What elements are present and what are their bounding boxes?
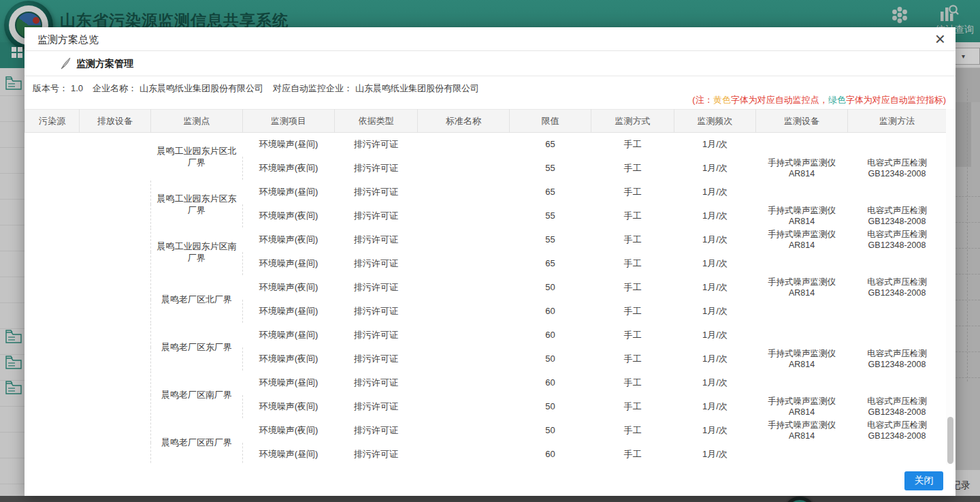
cell-monitor-device bbox=[756, 181, 848, 204]
column-header: 标准名称 bbox=[418, 110, 510, 133]
cell-monitor-mode: 手工 bbox=[591, 395, 674, 419]
version-value: 1.0 bbox=[71, 83, 83, 93]
cell-monitor-frequency: 1月/次 bbox=[674, 371, 756, 395]
cell-basis-type: 排污许可证 bbox=[335, 443, 418, 467]
cell-monitor-device bbox=[756, 252, 848, 276]
cell-monitor-item: 环境噪声(昼间) bbox=[243, 300, 335, 324]
cell-monitor-mode: 手工 bbox=[591, 181, 674, 204]
cell-basis-type: 排污许可证 bbox=[335, 228, 418, 252]
cell-monitor-frequency: 1月/次 bbox=[674, 419, 756, 443]
plan-table: 污染源排放设备监测点监测项目依据类型标准名称限值监测方式监测频次监测设备监测方法… bbox=[24, 109, 946, 467]
cell-monitor-point: 晨鸣工业园东片区东厂界 bbox=[151, 181, 243, 228]
cell-monitor-frequency: 1月/次 bbox=[674, 133, 756, 157]
cell-standard-name bbox=[418, 204, 510, 228]
cell-standard-name bbox=[418, 371, 510, 395]
cell-monitor-method: 电容式声压检测 GB12348-2008 bbox=[848, 157, 947, 181]
cell-monitor-method bbox=[848, 324, 947, 347]
cell-monitor-frequency: 1月/次 bbox=[674, 443, 756, 467]
cell-monitor-device bbox=[756, 324, 848, 347]
cell-monitor-item: 环境噪声(夜间) bbox=[243, 419, 335, 443]
cell-monitor-point: 晨鸣工业园东片区北厂界 bbox=[151, 133, 243, 181]
cell-monitor-item: 环境噪声(昼间) bbox=[243, 133, 335, 157]
cell-monitor-device bbox=[756, 133, 848, 157]
cell-monitor-mode: 手工 bbox=[591, 300, 674, 324]
cell-monitor-mode: 手工 bbox=[591, 324, 674, 347]
cell-monitor-device: 手持式噪声监测仪 AR814 bbox=[756, 276, 848, 300]
cell-monitor-mode: 手工 bbox=[591, 419, 674, 443]
cell-monitor-mode: 手工 bbox=[591, 276, 674, 300]
cell-monitor-frequency: 1月/次 bbox=[674, 276, 756, 300]
cell-limit-value: 60 bbox=[510, 371, 591, 395]
table-row: 晨鸣工业园东片区东厂界环境噪声(昼间)排污许可证65手工1月/次 bbox=[25, 181, 947, 204]
note-mid: 字体为对应自动监控点， bbox=[731, 95, 828, 105]
table-row: 晨鸣老厂区西厂界环境噪声(夜间)排污许可证50手工1月/次手持式噪声监测仪 AR… bbox=[25, 419, 947, 443]
cell-monitor-device: 手持式噪声监测仪 AR814 bbox=[756, 395, 848, 419]
close-button[interactable]: 关闭 bbox=[904, 471, 943, 490]
column-header: 监测点 bbox=[151, 110, 243, 133]
cell-standard-name bbox=[418, 252, 510, 276]
cell-monitor-point: 晨鸣老厂区东厂界 bbox=[151, 324, 243, 371]
column-header: 排放设备 bbox=[80, 110, 151, 133]
cell-limit-value: 60 bbox=[510, 443, 591, 467]
cell-monitor-mode: 手工 bbox=[591, 228, 674, 252]
cell-monitor-item: 环境噪声(昼间) bbox=[243, 181, 335, 204]
cell-basis-type: 排污许可证 bbox=[335, 252, 418, 276]
cell-monitor-item: 环境噪声(夜间) bbox=[243, 157, 335, 181]
cell-limit-value: 60 bbox=[510, 324, 591, 347]
cell-monitor-item: 环境噪声(昼间) bbox=[243, 324, 335, 347]
cell-monitor-mode: 手工 bbox=[591, 371, 674, 395]
note-green: 绿色 bbox=[828, 95, 846, 105]
table-row: 晨鸣工业园东片区北厂界环境噪声(昼间)排污许可证65手工1月/次 bbox=[25, 133, 947, 157]
cell-monitor-frequency: 1月/次 bbox=[674, 181, 756, 204]
cell-monitor-frequency: 1月/次 bbox=[674, 252, 756, 276]
cell-monitor-frequency: 1月/次 bbox=[674, 204, 756, 228]
cell-standard-name bbox=[418, 228, 510, 252]
cell-monitor-method: 电容式声压检测 GB12348-2008 bbox=[848, 347, 947, 371]
cell-monitor-item: 环境噪声(夜间) bbox=[243, 395, 335, 419]
column-header: 监测设备 bbox=[756, 110, 848, 133]
cell-monitor-method: 电容式声压检测 GB12348-2008 bbox=[848, 419, 947, 443]
cell-basis-type: 排污许可证 bbox=[335, 371, 418, 395]
section-header: 监测方案管理 bbox=[24, 51, 956, 76]
table-scrollbar-thumb[interactable] bbox=[947, 417, 953, 464]
cell-standard-name bbox=[418, 181, 510, 204]
cell-monitor-device: 手持式噪声监测仪 AR814 bbox=[756, 228, 848, 252]
section-title: 监测方案管理 bbox=[76, 51, 133, 76]
quill-icon bbox=[60, 57, 72, 72]
cell-monitor-device: 手持式噪声监测仪 AR814 bbox=[756, 157, 848, 181]
table-row: 晨鸣工业园东片区南厂界环境噪声(夜间)排污许可证55手工1月/次手持式噪声监测仪… bbox=[25, 228, 947, 252]
screen: 山东省污染源监测信息共享系统 bbox=[0, 0, 980, 502]
column-header: 限值 bbox=[510, 110, 591, 133]
cell-standard-name bbox=[418, 443, 510, 467]
info-row: 版本号：1.0企业名称：山东晨鸣纸业集团股份有限公司对应自动监控企业：山东晨鸣纸… bbox=[24, 76, 956, 109]
table-scrollbar-track[interactable] bbox=[946, 109, 956, 492]
cell-monitor-device: 手持式噪声监测仪 AR814 bbox=[756, 204, 848, 228]
table-row: 晨鸣老厂区东厂界环境噪声(昼间)排污许可证60手工1月/次 bbox=[25, 324, 947, 347]
cell-monitor-method: 电容式声压检测 GB12348-2008 bbox=[848, 204, 947, 228]
cell-basis-type: 排污许可证 bbox=[335, 204, 418, 228]
cell-discharge-equipment bbox=[80, 133, 151, 467]
note-yellow: 黄色 bbox=[713, 95, 731, 105]
column-header: 监测项目 bbox=[243, 110, 335, 133]
cell-monitor-item: 环境噪声(昼间) bbox=[243, 252, 335, 276]
table-header-row: 污染源排放设备监测点监测项目依据类型标准名称限值监测方式监测频次监测设备监测方法 bbox=[25, 110, 947, 133]
column-header: 依据类型 bbox=[335, 110, 418, 133]
cell-basis-type: 排污许可证 bbox=[335, 133, 418, 157]
cell-standard-name bbox=[418, 419, 510, 443]
column-header: 监测频次 bbox=[674, 110, 756, 133]
company-value: 山东晨鸣纸业集团股份有限公司 bbox=[140, 83, 263, 93]
cell-monitor-frequency: 1月/次 bbox=[674, 347, 756, 371]
cell-monitor-frequency: 1月/次 bbox=[674, 395, 756, 419]
cell-limit-value: 65 bbox=[510, 133, 591, 157]
cell-basis-type: 排污许可证 bbox=[335, 419, 418, 443]
cell-limit-value: 50 bbox=[510, 276, 591, 300]
modal-footer: 关闭 bbox=[24, 465, 956, 496]
color-legend-note: (注：黄色字体为对应自动监控点，绿色字体为对应自动监控指标) bbox=[692, 94, 946, 106]
cell-pollution-source bbox=[25, 133, 80, 467]
cell-monitor-method bbox=[848, 133, 947, 157]
cell-monitor-mode: 手工 bbox=[591, 252, 674, 276]
close-icon[interactable]: × bbox=[935, 29, 945, 49]
cell-standard-name bbox=[418, 324, 510, 347]
cell-monitor-point: 晨鸣老厂区西厂界 bbox=[151, 419, 243, 467]
cell-monitor-method bbox=[848, 181, 947, 204]
